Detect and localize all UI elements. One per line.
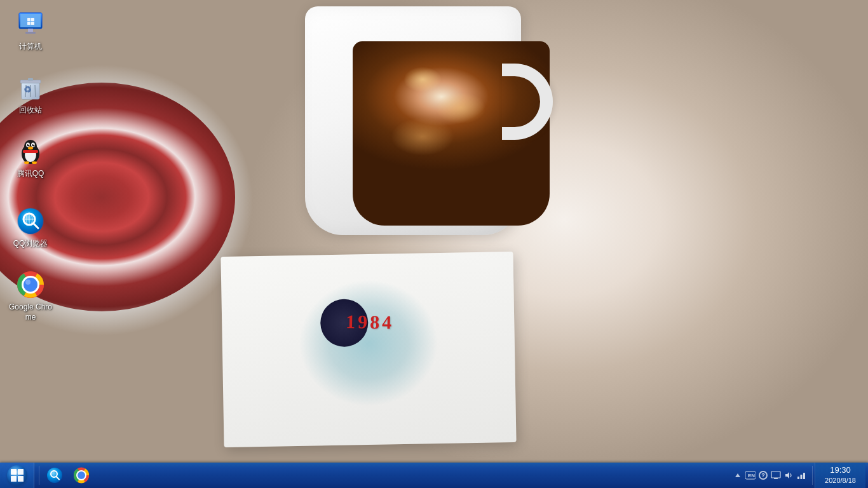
- svg-rect-59: [803, 473, 805, 479]
- svg-rect-46: [18, 476, 24, 482]
- svg-rect-13: [28, 78, 33, 81]
- svg-point-25: [28, 144, 29, 146]
- svg-rect-8: [27, 22, 31, 25]
- start-button[interactable]: [0, 463, 34, 488]
- desktop-icon-qq-browser[interactable]: QQ浏览器: [5, 203, 56, 252]
- book-title-text: 1984: [346, 311, 395, 333]
- question-mark-icon: ?: [759, 471, 768, 480]
- svg-rect-7: [31, 18, 34, 21]
- desktop: 1984: [0, 0, 868, 488]
- taskbar: EN ?: [0, 463, 868, 488]
- svg-rect-29: [23, 150, 38, 153]
- coffee-foam-3: [391, 118, 454, 156]
- clock-date: 2020/8/18: [825, 476, 856, 485]
- coffee-foam-1: [403, 67, 442, 92]
- computer-icon: [15, 9, 46, 39]
- desktop-icon-computer[interactable]: 计算机: [5, 6, 56, 55]
- svg-text:EN: EN: [748, 473, 755, 478]
- svg-rect-9: [31, 22, 34, 25]
- svg-rect-6: [27, 18, 31, 21]
- windows-orb-icon: [7, 465, 27, 485]
- qq-browser-icon: [15, 206, 46, 236]
- svg-point-31: [32, 161, 37, 164]
- cup-body: [305, 6, 521, 235]
- tray-arrow-icon: [735, 473, 740, 477]
- svg-point-52: [78, 471, 85, 479]
- desktop-icon-tencent-qq[interactable]: 腾讯QQ: [5, 133, 56, 182]
- clock-time: 19:30: [830, 465, 851, 476]
- book: 1984: [220, 252, 516, 447]
- svg-point-33: [18, 208, 43, 234]
- svg-point-30: [24, 161, 29, 164]
- svg-rect-45: [11, 476, 17, 482]
- desktop-icon-recycle-bin[interactable]: ♻ 回收站: [5, 70, 56, 118]
- qq-browser-icon-label: QQ浏览器: [13, 239, 48, 249]
- svg-rect-56: [774, 478, 778, 479]
- svg-rect-5: [25, 32, 36, 34]
- recycle-bin-icon-label: 回收站: [19, 105, 42, 116]
- taskbar-icon-qq-browser[interactable]: [42, 464, 67, 487]
- svg-point-47: [47, 468, 62, 483]
- tray-show-hidden-icons[interactable]: [733, 470, 743, 480]
- tray-volume-icon[interactable]: [783, 470, 794, 480]
- computer-icon-label: 计算机: [19, 42, 42, 52]
- recycle-bin-icon: ♻: [15, 72, 46, 103]
- tray-help-icon[interactable]: ?: [758, 470, 768, 480]
- svg-rect-57: [797, 477, 799, 479]
- svg-text:♻: ♻: [24, 85, 32, 95]
- svg-point-26: [33, 144, 34, 146]
- book-teal-watercolor: [297, 278, 439, 408]
- coffee-foam-2: [435, 92, 486, 124]
- tray-network-icon[interactable]: [796, 470, 806, 480]
- google-chrome-icon: [15, 269, 46, 300]
- svg-rect-44: [18, 469, 24, 475]
- taskbar-pinned-icons: [34, 463, 97, 488]
- tray-icons-area: EN ?: [729, 463, 810, 488]
- svg-rect-55: [771, 471, 780, 478]
- system-clock[interactable]: 19:30 2020/8/18: [815, 463, 865, 488]
- svg-rect-4: [28, 29, 33, 32]
- svg-rect-58: [801, 475, 803, 479]
- tray-clock-separator: [812, 466, 813, 485]
- svg-point-42: [25, 280, 31, 285]
- taskbar-icon-chrome[interactable]: [69, 464, 94, 487]
- tray-display-icon[interactable]: [771, 470, 781, 480]
- tencent-qq-icon-label: 腾讯QQ: [17, 169, 44, 179]
- svg-line-16: [35, 85, 36, 97]
- svg-point-41: [24, 278, 37, 292]
- tray-keyboard-icon[interactable]: EN: [745, 470, 756, 480]
- tencent-qq-icon: [15, 136, 46, 166]
- svg-rect-43: [11, 469, 17, 475]
- system-tray: EN ?: [729, 463, 868, 488]
- desktop-icon-google-chrome[interactable]: Google Chrome: [5, 267, 56, 325]
- taskbar-separator-1: [39, 466, 39, 485]
- google-chrome-icon-label: Google Chrome: [8, 302, 53, 322]
